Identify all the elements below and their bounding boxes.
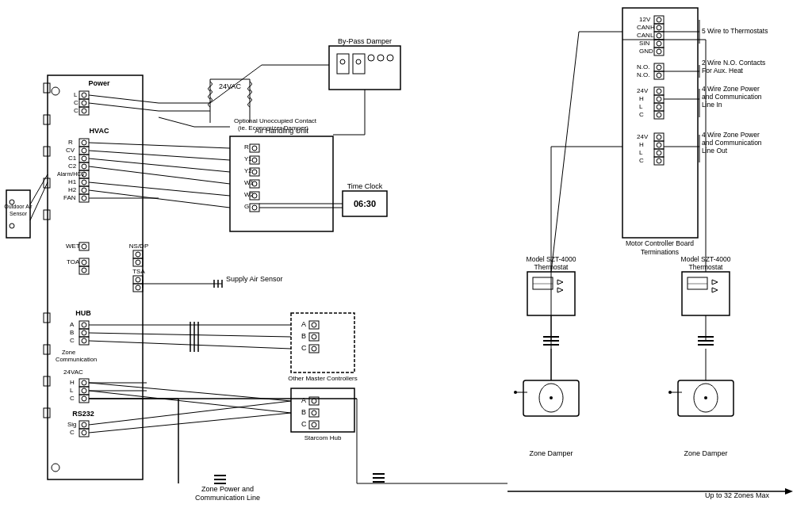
svg-text:C: C [301, 344, 307, 352]
svg-text:L: L [639, 149, 643, 156]
svg-point-252 [514, 391, 517, 394]
toa-label: TOA [67, 258, 80, 265]
wire4in-label2: and Communication [702, 93, 762, 101]
svg-text:G: G [244, 203, 249, 210]
svg-text:R: R [68, 139, 73, 146]
bypass-damper-label: By-Pass Damper [338, 37, 392, 45]
svg-text:L: L [70, 387, 74, 394]
svg-text:R: R [244, 143, 249, 151]
wire5-label: 5 Wire to Thermostats [702, 27, 768, 35]
svg-point-250 [550, 396, 553, 399]
svg-text:C: C [70, 337, 75, 344]
svg-text:Sig: Sig [67, 421, 77, 428]
svg-text:C: C [70, 395, 75, 402]
zone-damper2-label: Zone Damper [684, 449, 727, 457]
optional-contact-label2: (ie. Economizer Damper) [238, 124, 308, 132]
svg-text:H: H [70, 379, 75, 386]
hvac-label: HVAC [90, 127, 109, 135]
svg-text:A: A [301, 320, 306, 328]
mcb-label2: Terminations [641, 248, 679, 256]
svg-text:A: A [70, 321, 75, 328]
wire2-label2: For Aux. Heat [702, 67, 744, 74]
outdoor-sensor-label2: Sensor [10, 211, 28, 216]
wire2-label: 2 Wire N.O. Contacts [702, 59, 765, 67]
time-clock-label: Time Clock [347, 182, 383, 190]
hub-24vac-label: 24VAC [63, 369, 83, 376]
svg-text:FAN: FAN [63, 194, 76, 201]
svg-text:24V: 24V [637, 133, 649, 140]
svg-text:12V: 12V [639, 16, 651, 23]
other-controllers-label: Other Master Controllers [288, 375, 358, 382]
zones-max-label: Up to 32 Zones Max [705, 491, 770, 499]
tsa-label: TSA [132, 268, 145, 275]
svg-text:GND: GND [639, 48, 653, 55]
zone-power-label: Zone Power and [201, 485, 254, 493]
zone-comm-label2: Communication [56, 356, 97, 363]
zone-damper1-label: Zone Damper [529, 449, 573, 457]
svg-text:H2: H2 [68, 186, 77, 193]
hub-label: HUB [75, 309, 91, 317]
svg-text:C: C [74, 107, 79, 114]
svg-text:H: H [639, 95, 644, 102]
svg-text:C: C [301, 420, 307, 428]
svg-text:N.O.: N.O. [637, 71, 649, 78]
zone-comm-label: Zone [62, 349, 75, 356]
outdoor-sensor-label: Outdoor Air [4, 204, 33, 209]
optional-contact-label: Optional Unoccupied Contact [234, 117, 317, 124]
svg-text:C1: C1 [68, 155, 77, 162]
wire4in-label: 4 Wire Zone Power [702, 85, 760, 93]
svg-text:H1: H1 [68, 178, 77, 185]
wire4in-label3: Line In [702, 101, 722, 109]
svg-text:B: B [70, 329, 74, 336]
transformer-24vac-label: 24VAC [219, 82, 241, 90]
starcom-hub-label: Starcom Hub [304, 434, 342, 441]
svg-text:L: L [639, 103, 643, 110]
zone-power-label2: Communication Line [195, 494, 260, 502]
svg-text:H: H [639, 141, 644, 148]
svg-text:B: B [301, 332, 306, 340]
svg-text:B: B [301, 408, 306, 416]
svg-text:L: L [74, 91, 78, 98]
supply-air-label: Supply Air Sensor [226, 275, 283, 283]
svg-rect-0 [0, 0, 812, 508]
svg-text:Alarm/HCV: Alarm/HCV [57, 171, 85, 177]
rs232-label: RS232 [72, 410, 94, 418]
power-label: Power [88, 79, 110, 87]
diagram-container: Power L C C HVAC R CV C1 C2 Alarm/HCV [0, 0, 812, 508]
svg-text:C: C [639, 111, 644, 118]
svg-point-255 [704, 396, 707, 399]
svg-point-257 [668, 391, 672, 394]
svg-text:A: A [301, 396, 306, 404]
svg-text:CANL: CANL [637, 32, 654, 39]
svg-text:N.O.: N.O. [637, 63, 649, 71]
svg-text:24V: 24V [637, 87, 649, 94]
nsdp-label: NS/DP [129, 243, 148, 250]
wet-label: WET [66, 243, 80, 250]
svg-text:CV: CV [66, 147, 75, 154]
wire4out-label: 4 Wire Zone Power [702, 131, 760, 139]
mcb-label: Motor Controller Board [626, 239, 694, 247]
svg-text:C: C [74, 99, 79, 106]
svg-text:C: C [639, 157, 644, 164]
wire4out-label2: and Communication [702, 139, 762, 147]
time-value: 06:30 [354, 199, 376, 208]
svg-text:C2: C2 [68, 162, 77, 170]
svg-text:CANH: CANH [637, 24, 655, 31]
svg-text:SIN: SIN [639, 40, 650, 47]
svg-text:C: C [70, 429, 75, 436]
